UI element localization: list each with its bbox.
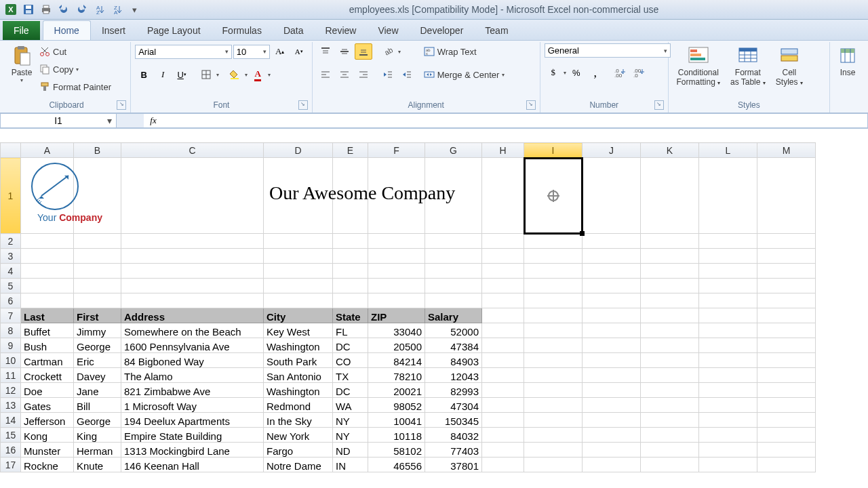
bold-button[interactable]: B bbox=[135, 66, 153, 83]
copy-button[interactable]: Copy ▾ bbox=[39, 61, 111, 77]
svg-rect-69 bbox=[781, 56, 797, 61]
decrease-indent-icon[interactable] bbox=[379, 66, 397, 83]
font-launcher[interactable]: ↘ bbox=[298, 100, 308, 110]
svg-rect-61 bbox=[690, 58, 705, 60]
decrease-decimal-icon[interactable]: .00.0 bbox=[630, 64, 648, 81]
svg-text:c: c bbox=[426, 52, 428, 56]
font-color-button[interactable]: A bbox=[249, 66, 267, 83]
svg-point-15 bbox=[41, 53, 44, 56]
svg-text:Z: Z bbox=[96, 9, 100, 15]
svg-rect-18 bbox=[43, 67, 49, 74]
align-bottom-icon[interactable] bbox=[355, 43, 372, 60]
group-cells: Inse bbox=[830, 42, 865, 113]
svg-rect-7 bbox=[43, 11, 49, 14]
tab-data[interactable]: Data bbox=[273, 21, 315, 40]
print-icon[interactable] bbox=[38, 2, 54, 17]
font-name-dropdown[interactable]: Arial▾ bbox=[135, 45, 231, 59]
merge-icon bbox=[424, 69, 435, 80]
name-box[interactable]: I1 ▾ bbox=[0, 113, 117, 128]
percent-format-icon[interactable]: % bbox=[568, 64, 585, 81]
ribbon-tabs: File Home Insert Page Layout Formulas Da… bbox=[0, 20, 868, 41]
quick-access-toolbar: X AZ ZA ▾ bbox=[3, 2, 142, 17]
accounting-format-icon[interactable]: $ bbox=[545, 64, 562, 81]
tab-view[interactable]: View bbox=[367, 21, 409, 40]
align-middle-icon[interactable] bbox=[336, 43, 353, 60]
svg-rect-4 bbox=[26, 10, 31, 14]
increase-font-icon[interactable]: A▴ bbox=[271, 43, 289, 60]
svg-rect-71 bbox=[841, 49, 854, 53]
save-icon[interactable] bbox=[20, 2, 37, 17]
svg-rect-24 bbox=[231, 78, 239, 79]
ribbon: Paste ▾ Cut Copy ▾ bbox=[0, 41, 868, 113]
svg-rect-60 bbox=[690, 54, 701, 56]
insert-cells-button[interactable]: Inse bbox=[834, 43, 861, 77]
italic-button[interactable]: I bbox=[154, 66, 172, 83]
conditional-formatting-icon bbox=[688, 45, 709, 66]
align-top-icon[interactable] bbox=[317, 43, 334, 60]
svg-rect-63 bbox=[739, 48, 757, 52]
align-center-icon[interactable] bbox=[336, 66, 353, 83]
wrap-text-icon: abc bbox=[424, 46, 435, 57]
tab-developer[interactable]: Developer bbox=[410, 21, 475, 40]
tab-file[interactable]: File bbox=[3, 21, 40, 40]
tab-home[interactable]: Home bbox=[43, 20, 91, 40]
font-size-dropdown[interactable]: 10▾ bbox=[233, 45, 270, 59]
group-number: General▾ $▾ % , .0.00 .00.0 Number↘ bbox=[540, 42, 669, 113]
underline-button[interactable]: U▾ bbox=[173, 66, 191, 83]
svg-rect-3 bbox=[26, 5, 31, 9]
merge-center-button[interactable]: Merge & Center ▾ bbox=[424, 66, 505, 83]
svg-text:X: X bbox=[8, 5, 14, 14]
formula-bar[interactable]: fx bbox=[144, 113, 868, 128]
increase-indent-icon[interactable] bbox=[398, 66, 416, 83]
align-left-icon[interactable] bbox=[317, 66, 334, 83]
comma-format-icon[interactable]: , bbox=[587, 64, 604, 81]
format-painter-button[interactable]: Format Painter bbox=[39, 79, 111, 95]
cell-styles-button[interactable]: Cell Styles ▾ bbox=[772, 43, 807, 87]
conditional-formatting-button[interactable]: Conditional Formatting ▾ bbox=[673, 43, 724, 87]
sort-asc-icon[interactable]: AZ bbox=[91, 2, 107, 17]
number-launcher[interactable]: ↘ bbox=[654, 100, 664, 110]
undo-icon[interactable] bbox=[56, 2, 72, 17]
excel-app-icon[interactable]: X bbox=[3, 2, 19, 17]
align-right-icon[interactable] bbox=[355, 66, 372, 83]
formula-bar-row: I1 ▾ ✕ fx bbox=[0, 113, 868, 129]
svg-text:.00: .00 bbox=[614, 73, 623, 78]
svg-rect-19 bbox=[41, 83, 48, 86]
svg-rect-20 bbox=[43, 86, 46, 91]
fill-color-button[interactable] bbox=[226, 66, 243, 83]
fx-icon[interactable]: fx bbox=[144, 115, 163, 126]
svg-point-16 bbox=[46, 53, 50, 56]
svg-rect-13 bbox=[18, 46, 24, 49]
tab-review[interactable]: Review bbox=[315, 21, 368, 40]
group-font: Arial▾ 10▾ A▴ A▾ B I U▾ ▾ ▾ bbox=[131, 42, 312, 113]
increase-decimal-icon[interactable]: .0.00 bbox=[611, 64, 629, 81]
clipboard-launcher[interactable]: ↘ bbox=[117, 100, 126, 110]
format-painter-icon bbox=[39, 81, 50, 92]
group-clipboard: Paste ▾ Cut Copy ▾ bbox=[3, 42, 131, 113]
group-styles: Conditional Formatting ▾ Format as Table… bbox=[669, 42, 830, 113]
cell-styles-icon bbox=[778, 45, 800, 66]
group-alignment: ab▾ abc Wrap Text Merge & Center ▾ bbox=[313, 42, 540, 113]
wrap-text-button[interactable]: abc Wrap Text bbox=[424, 43, 505, 60]
orientation-icon[interactable]: ab bbox=[379, 43, 397, 60]
redo-icon[interactable] bbox=[73, 2, 90, 17]
decrease-font-icon[interactable]: A▾ bbox=[290, 43, 308, 60]
tab-insert[interactable]: Insert bbox=[91, 21, 136, 40]
svg-text:ab: ab bbox=[382, 46, 393, 57]
sort-desc-icon[interactable]: ZA bbox=[108, 2, 125, 17]
tab-page-layout[interactable]: Page Layout bbox=[136, 21, 212, 40]
format-as-table-button[interactable]: Format as Table ▾ bbox=[727, 43, 769, 87]
tab-formulas[interactable]: Formulas bbox=[212, 21, 273, 40]
cut-button[interactable]: Cut bbox=[39, 43, 111, 60]
borders-button[interactable] bbox=[197, 66, 215, 83]
paste-label: Paste bbox=[12, 68, 33, 77]
qat-customize-icon[interactable]: ▾ bbox=[126, 2, 142, 17]
alignment-launcher[interactable]: ↘ bbox=[526, 100, 536, 110]
tab-team[interactable]: Team bbox=[474, 21, 519, 40]
number-format-dropdown[interactable]: General▾ bbox=[545, 43, 671, 58]
format-as-table-icon bbox=[737, 45, 759, 66]
paste-button[interactable]: Paste ▾ bbox=[7, 43, 37, 83]
title-bar: X AZ ZA ▾ employees.xls [Compatibility M… bbox=[0, 0, 868, 20]
chevron-down-icon[interactable]: ▾ bbox=[104, 116, 115, 125]
paste-icon bbox=[11, 45, 33, 66]
